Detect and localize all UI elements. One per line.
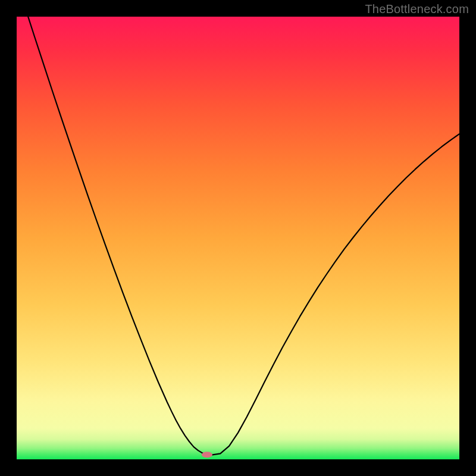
chart-frame: TheBottleneck.com [0,0,476,476]
plot-area [17,17,459,459]
bottleneck-marker [202,452,212,458]
gradient-background [17,17,459,459]
watermark-text: TheBottleneck.com [365,2,469,16]
bottleneck-chart [17,17,459,459]
